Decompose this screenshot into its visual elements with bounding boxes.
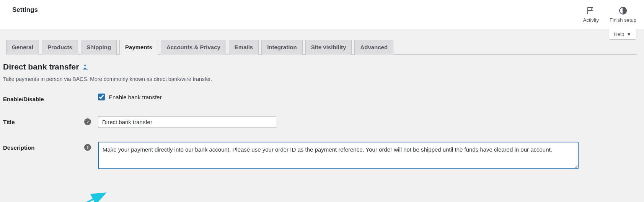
help-label: Help <box>614 31 624 37</box>
label-enable: Enable/Disable <box>3 94 98 102</box>
finish-setup-button[interactable]: Finish setup <box>610 6 636 23</box>
tab-emails[interactable]: Emails <box>229 40 259 55</box>
tabs-nav: General Products Shipping Payments Accou… <box>6 29 636 55</box>
help-dropdown[interactable]: Help ▼ <box>609 29 636 40</box>
page-title: Settings <box>12 6 38 14</box>
tab-advanced[interactable]: Advanced <box>354 40 393 55</box>
settings-form: Enable/Disable Enable bank transfer Titl… <box>3 94 641 169</box>
input-cell-title <box>98 116 641 128</box>
top-bar: Settings Activity Finish setup <box>0 0 644 29</box>
tab-general[interactable]: General <box>6 40 39 55</box>
title-input[interactable] <box>98 116 276 128</box>
section-title: Direct bank transfer <box>3 62 79 71</box>
tab-integration[interactable]: Integration <box>261 40 303 55</box>
input-cell-enable: Enable bank transfer <box>98 94 641 100</box>
content-area: Help ▼ General Products Shipping Payment… <box>0 29 644 202</box>
back-arrow-icon: ↥ <box>83 63 88 70</box>
tab-products[interactable]: Products <box>42 40 78 55</box>
tab-accounts-privacy[interactable]: Accounts & Privacy <box>161 40 226 55</box>
activity-label: Activity <box>583 17 599 23</box>
flag-icon <box>586 6 595 16</box>
annotation-arrow-icon <box>69 189 111 202</box>
row-title: Title ? <box>3 116 641 128</box>
help-icon[interactable]: ? <box>84 118 91 125</box>
input-cell-description <box>98 142 641 169</box>
label-title: Title ? <box>3 116 98 125</box>
section-content: Direct bank transfer ↥ Take payments in … <box>3 55 641 169</box>
svg-line-2 <box>71 193 105 202</box>
row-enable: Enable/Disable Enable bank transfer <box>3 94 641 102</box>
section-description: Take payments in person via BACS. More c… <box>3 76 641 82</box>
half-circle-icon <box>618 6 628 16</box>
row-description: Description ? <box>3 142 641 169</box>
tab-site-visibility[interactable]: Site visibility <box>305 40 352 55</box>
enable-checkbox[interactable] <box>98 94 105 100</box>
help-icon[interactable]: ? <box>84 144 91 151</box>
tab-shipping[interactable]: Shipping <box>81 40 117 55</box>
tab-payments[interactable]: Payments <box>119 40 158 55</box>
back-link[interactable]: ↥ <box>83 63 88 70</box>
top-bar-actions: Activity Finish setup <box>583 6 636 23</box>
description-textarea[interactable] <box>98 142 579 169</box>
activity-button[interactable]: Activity <box>583 6 599 23</box>
enable-checkbox-wrap[interactable]: Enable bank transfer <box>98 94 161 100</box>
enable-checkbox-label: Enable bank transfer <box>109 94 161 100</box>
section-heading: Direct bank transfer ↥ <box>3 62 641 71</box>
label-description: Description ? <box>3 142 98 151</box>
chevron-down-icon: ▼ <box>626 31 631 37</box>
finish-setup-label: Finish setup <box>610 17 636 23</box>
